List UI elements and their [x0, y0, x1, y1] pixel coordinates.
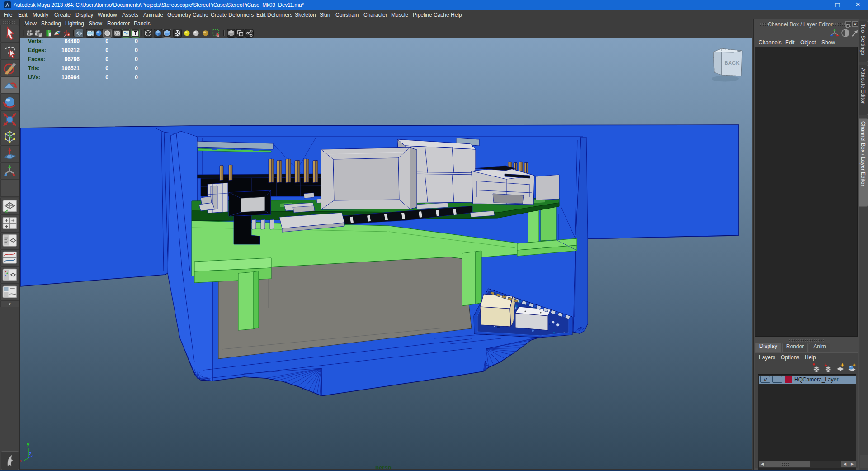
svg-text:z: z [29, 451, 32, 456]
svg-text:BACK: BACK [724, 60, 740, 66]
svg-text:y: y [27, 442, 30, 447]
svg-text:T: T [134, 31, 137, 36]
